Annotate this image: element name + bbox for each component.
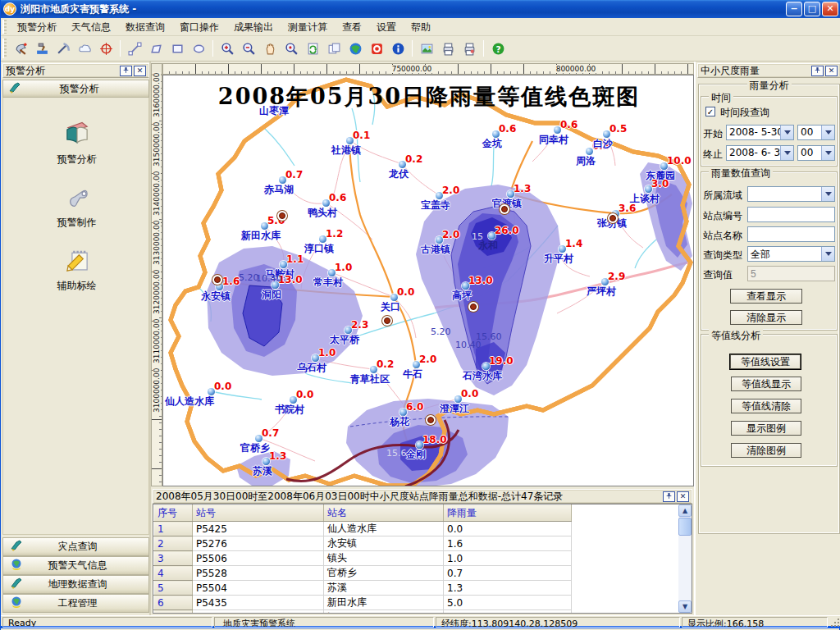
table-row[interactable]: 2P5276永安镇1.6 [154,536,572,551]
start-date-select[interactable]: 2008- 5-30 [726,125,794,140]
menu-grip[interactable] [2,20,7,34]
crosshair-icon[interactable] [96,39,116,58]
contour-button-2[interactable]: 等值线清除 [731,399,801,413]
row-number-cell[interactable]: 2 [154,536,193,551]
station-name-label: 洞阳 [262,288,281,302]
pin-icon[interactable] [120,66,132,76]
row-number-cell[interactable]: 5 [154,581,193,596]
image-export-icon[interactable] [417,39,436,58]
row-number-cell[interactable]: 7 [154,610,193,614]
table-header[interactable]: 降雨量 [444,505,572,522]
sidebar-section-2[interactable]: 地理数据查询 [2,575,149,594]
help-icon[interactable]: ? [488,39,508,58]
app-logo-icon: dy [3,2,16,16]
resize-grip[interactable] [830,618,840,628]
cloud-icon[interactable] [75,39,94,58]
table-header[interactable]: 序号 [154,505,193,522]
show-display-button[interactable]: 查看显示 [730,289,802,304]
menu-item-5[interactable]: 测量计算 [281,18,335,36]
ruler-label: 800000.00 [555,65,598,73]
sidebar-section-0[interactable]: 灾点查询 [2,537,149,556]
menu-item-6[interactable]: 查看 [335,18,369,36]
application-window: dy 浏阳市地质灾害预警系统 - − □ ✕ 预警分析天气信息数据查询窗口操作成… [0,0,840,630]
menu-item-2[interactable]: 数据查询 [118,18,172,36]
rectangle-tool-icon[interactable] [167,39,187,58]
table-row[interactable]: 6P5435新田水库5.0 [154,596,572,610]
table-row[interactable]: 7P5310洞阳13.0 [154,610,572,614]
menu-item-8[interactable]: 帮助 [404,18,438,36]
print-preview-icon[interactable] [459,39,479,58]
basin-select[interactable] [747,186,835,202]
menu-item-4[interactable]: 成果输出 [226,18,281,36]
sidebar-item-2[interactable]: 辅助标绘 [3,247,150,293]
scrollbar-thumb[interactable] [678,518,692,536]
row-number-cell[interactable]: 4 [154,566,193,581]
row-number-cell[interactable]: 6 [154,596,193,610]
sidebar-item-1[interactable]: 预警制作 [3,184,150,230]
stop-icon[interactable] [367,39,386,58]
chevron-down-icon[interactable] [821,187,834,201]
toolbar-grip[interactable] [2,39,7,58]
table-row[interactable]: 5P5504苏溪1.3 [154,581,572,596]
chevron-down-icon[interactable] [780,146,793,160]
contour-button-3[interactable]: 显示图例 [731,421,801,436]
chevron-down-icon[interactable] [780,126,793,139]
globe-icon[interactable] [345,39,365,58]
flood-tool-icon[interactable] [32,39,52,58]
start-hour-select[interactable]: 00 [797,125,835,140]
clear-display-button[interactable]: 清除显示 [730,310,802,325]
refresh-icon[interactable] [303,39,322,58]
row-number-cell[interactable]: 1 [154,522,193,536]
minimize-button[interactable]: − [786,2,802,16]
pan-icon[interactable] [260,39,280,58]
query-type-select[interactable]: 全部 [747,246,835,262]
end-hour-select[interactable]: 00 [797,145,835,161]
zoom-window-icon[interactable] [281,39,301,58]
zoom-in-icon[interactable] [217,39,237,58]
pin-icon[interactable] [811,66,824,76]
table-header[interactable]: 站名 [324,505,444,522]
menu-item-7[interactable]: 设置 [369,18,404,36]
menu-item-1[interactable]: 天气信息 [64,18,118,36]
pick-icon[interactable] [53,39,73,58]
line-tool-icon[interactable] [125,39,144,58]
contour-button-0[interactable]: 等值线设置 [730,354,801,369]
print-icon[interactable] [438,39,458,58]
info-icon[interactable] [388,39,408,58]
contour-button-1[interactable]: 等值线显示 [731,377,801,391]
chevron-down-icon[interactable] [821,146,834,160]
table-row[interactable]: 3P5506镇头1.0 [154,551,572,566]
maximize-button[interactable]: □ [804,2,820,16]
pin-icon[interactable] [663,491,675,502]
row-number-cell[interactable]: 3 [154,551,193,566]
ellipse-tool-icon[interactable] [189,39,208,58]
table-row[interactable]: 4P5528官桥乡0.7 [154,566,572,581]
zoom-out-icon[interactable] [239,39,258,58]
menu-item-0[interactable]: 预警分析 [10,18,64,36]
sidebar-section-3[interactable]: 工程管理 [2,594,149,613]
close-icon[interactable]: ✕ [134,66,146,76]
copy-map-icon[interactable] [324,39,344,58]
close-icon[interactable]: ✕ [825,66,838,76]
station-name-input[interactable] [747,226,835,242]
contour-button-4[interactable]: 清除图例 [731,443,801,458]
sidebar-section-1[interactable]: 预警天气信息 [2,556,149,575]
time-range-checkbox[interactable]: ✓ [705,107,715,116]
sidebar-section-header[interactable]: 预警分析 [2,80,149,98]
station-id-input[interactable] [747,207,835,222]
menu-item-3[interactable]: 窗口操作 [172,18,226,36]
sidebar-item-0[interactable]: 预警分析 [3,121,150,167]
map-canvas[interactable]: 2008年05月30日降雨量等值线色斑图 山枣潭0.1社港镇0.3周洛0.2龙伏… [162,75,694,486]
table-row[interactable]: 1P5425仙人造水库0.0 [154,522,572,536]
chevron-down-icon[interactable] [821,247,834,261]
chevron-down-icon[interactable] [821,126,834,139]
end-date-select[interactable]: 2008- 6- 3 [726,145,794,161]
satellite-dish-icon[interactable] [11,39,30,58]
table-scrollbar[interactable]: ▲ ▼ [678,504,692,613]
polygon-tool-icon[interactable] [146,39,166,58]
scroll-down-icon[interactable]: ▼ [678,600,692,613]
close-button[interactable]: ✕ [822,2,838,16]
table-header[interactable]: 站号 [193,505,324,522]
scroll-up-icon[interactable]: ▲ [678,504,692,517]
close-icon[interactable]: ✕ [677,491,689,502]
